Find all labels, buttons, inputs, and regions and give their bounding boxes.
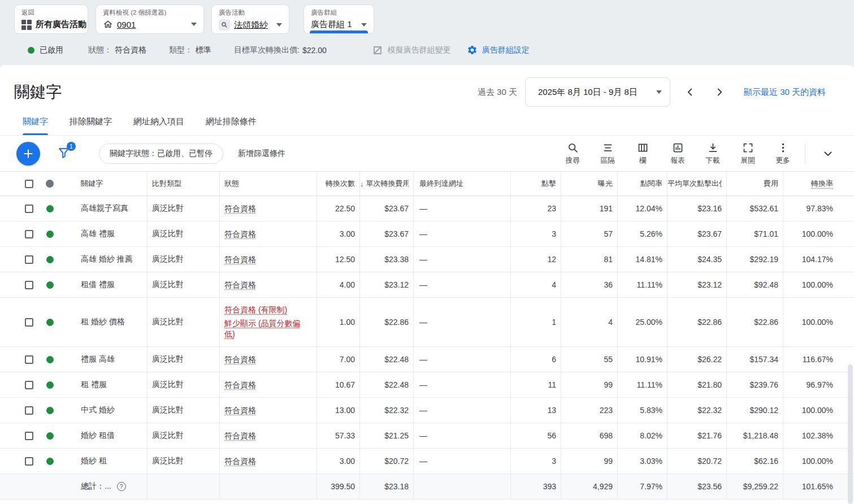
keyword-status-link[interactable]: 符合資格 <box>224 406 256 415</box>
row-checkbox[interactable] <box>25 355 33 364</box>
cell-ctr: 5.83% <box>617 398 667 423</box>
help-icon[interactable]: ? <box>117 482 126 491</box>
cell-check <box>0 298 40 346</box>
keyword-status-link[interactable]: 符合資格 (有限制) <box>224 305 287 314</box>
column-header-check[interactable] <box>0 172 40 195</box>
column-header-cvr[interactable]: 轉換率 <box>783 172 846 195</box>
columns-button[interactable]: 欄 <box>625 142 660 166</box>
selected-indicator <box>310 31 368 33</box>
data-view-value[interactable]: 0901 <box>117 20 136 29</box>
keyword-status-link[interactable]: 符合資格 <box>224 355 256 364</box>
add-keyword-button[interactable] <box>16 142 40 166</box>
keyword-status-link[interactable]: 符合資格 <box>224 204 256 213</box>
cell-conv: 4.00 <box>317 272 359 297</box>
ad-group-settings-button[interactable]: 廣告群組設定 <box>467 45 530 55</box>
keyword-status-link[interactable]: 符合資格 <box>224 380 256 389</box>
campaign-value[interactable]: 法頌婚紗 <box>234 20 268 31</box>
cell-cost: $532.61 <box>726 196 783 221</box>
cell-url: — <box>413 347 510 372</box>
keyword-status-link[interactable]: 符合資格 <box>224 255 256 264</box>
cell-conv: 22.50 <box>317 196 359 221</box>
keyword-status-filter-chip[interactable]: 關鍵字狀態：已啟用、已暫停 <box>99 144 223 164</box>
column-header-url[interactable]: 最終到達網址 <box>413 172 510 195</box>
cell-status <box>219 474 317 499</box>
table-row: 高雄 禮服廣泛比對符合資格3.00$23.67—3575.26%$23.67$7… <box>0 221 854 247</box>
ad-group-selector[interactable]: 廣告群組 廣告群組 1 <box>304 5 374 34</box>
column-header-cpa[interactable]: ↓單次轉換費用 <box>359 172 413 195</box>
segment-button[interactable]: 區隔 <box>590 142 625 166</box>
column-header-avgcpc[interactable]: 平均單次點擊出價 <box>667 172 726 195</box>
column-header-label: 狀態 <box>224 179 239 188</box>
column-header-ctr[interactable]: 點閱率 <box>617 172 667 195</box>
tab-keywords[interactable]: 關鍵字 <box>23 116 48 135</box>
row-checkbox[interactable] <box>25 318 33 327</box>
filter-button[interactable]: 1 <box>57 145 72 162</box>
row-checkbox[interactable] <box>25 255 33 264</box>
expand-button[interactable]: 展開 <box>730 142 765 166</box>
cell-conv: 10.67 <box>317 372 359 397</box>
previous-period-button[interactable] <box>684 86 696 98</box>
column-header-label: 轉換次數 <box>326 179 355 188</box>
add-filter-button[interactable]: 新增篩選條件 <box>238 149 285 159</box>
row-checkbox[interactable] <box>25 205 33 213</box>
cell-avgcpc: $23.12 <box>667 272 726 297</box>
cell-match: 廣泛比對 <box>147 347 219 372</box>
cell-dot <box>40 347 60 372</box>
enabled-status-text[interactable]: 已啟用 <box>40 45 63 55</box>
download-button[interactable]: 下載 <box>695 142 730 166</box>
column-header-status[interactable]: 狀態 <box>219 172 317 195</box>
column-header-impr[interactable]: 曝光 <box>561 172 617 195</box>
data-view-selector[interactable]: 資料檢視 (2 個篩選器) 0901 <box>96 5 204 34</box>
row-checkbox[interactable] <box>25 281 33 289</box>
more-label: 更多 <box>776 156 790 166</box>
cell-check <box>0 221 40 246</box>
keyword-status-link[interactable]: 符合資格 <box>224 457 256 466</box>
cell-clicks: 1 <box>510 298 561 346</box>
back-all-campaigns-button[interactable]: 返回 所有廣告活動 <box>14 5 88 34</box>
show-recent-data-link[interactable]: 顯示最近 30 天的資料 <box>744 87 826 98</box>
reports-button[interactable]: 報表 <box>660 142 695 166</box>
column-header-label: 轉換率 <box>811 179 833 188</box>
column-header-conv[interactable]: 轉換次數 <box>317 172 359 195</box>
cell-conv: 1.00 <box>317 298 359 346</box>
row-checkbox[interactable] <box>25 406 33 415</box>
table-row: 婚紗 租借廣泛比對符合資格57.33$21.25—566988.02%$21.7… <box>0 423 854 449</box>
column-header-match[interactable]: 比對類型 <box>147 172 219 195</box>
tab-negative-keywords[interactable]: 排除關鍵字 <box>70 116 112 135</box>
chevron-down-icon <box>361 23 367 27</box>
cell-dot <box>40 398 60 423</box>
row-checkbox[interactable] <box>25 457 33 466</box>
keyword-status-link[interactable]: 符合資格 <box>224 431 256 440</box>
column-header-keyword[interactable]: 關鍵字 <box>60 172 147 195</box>
table-body: 高雄親子寫真廣泛比對符合資格22.50$23.67—2319112.04%$23… <box>0 196 854 499</box>
collapse-toolbar-button[interactable] <box>812 147 844 160</box>
column-header-dot[interactable] <box>40 172 60 195</box>
date-range-picker[interactable]: 2025年 8月 10日 - 9月 8日 <box>525 77 670 107</box>
cell-keyword: 高雄親子寫真 <box>60 196 147 221</box>
keyword-status-link[interactable]: 符合資格 <box>224 229 256 238</box>
tab-url-exclusions[interactable]: 網址排除條件 <box>206 116 257 135</box>
table-row: 婚紗 租廣泛比對符合資格3.00$20.72—3993.03%$20.72$62… <box>0 449 854 474</box>
keyword-status-link[interactable]: 符合資格 <box>224 280 256 289</box>
campaign-selector[interactable]: 廣告活動 法頌婚紗 <box>211 5 289 34</box>
select-all-checkbox[interactable] <box>25 180 33 188</box>
cell-impr: 4,929 <box>561 474 617 499</box>
next-period-button[interactable] <box>713 86 726 98</box>
row-checkbox[interactable] <box>25 432 33 440</box>
search-button[interactable]: 搜尋 <box>555 142 590 166</box>
cell-keyword: 高雄 禮服 <box>60 221 147 246</box>
top-navigation-bar: 返回 所有廣告活動 資料檢視 (2 個篩選器) 0901 廣告活動 法頌婚紗 <box>0 0 854 35</box>
tab-url-inclusions[interactable]: 網址納入項目 <box>133 116 184 135</box>
vertical-scrollbar[interactable] <box>848 364 853 504</box>
cell-ctr: 7.97% <box>617 474 667 499</box>
column-header-cost[interactable]: 費用 <box>726 172 783 195</box>
row-checkbox[interactable] <box>25 381 33 389</box>
keyword-status-link[interactable]: 鮮少顯示 (品質分數偏低) <box>224 319 301 338</box>
more-button[interactable]: 更多 <box>765 142 800 166</box>
column-header-clicks[interactable]: 點擊 <box>510 172 561 195</box>
columns-label: 欄 <box>639 156 647 166</box>
cell-url: — <box>413 221 510 246</box>
row-checkbox[interactable] <box>25 230 33 238</box>
cell-status: 符合資格 <box>219 247 317 272</box>
cell-keyword: 租 禮服 <box>60 372 147 397</box>
